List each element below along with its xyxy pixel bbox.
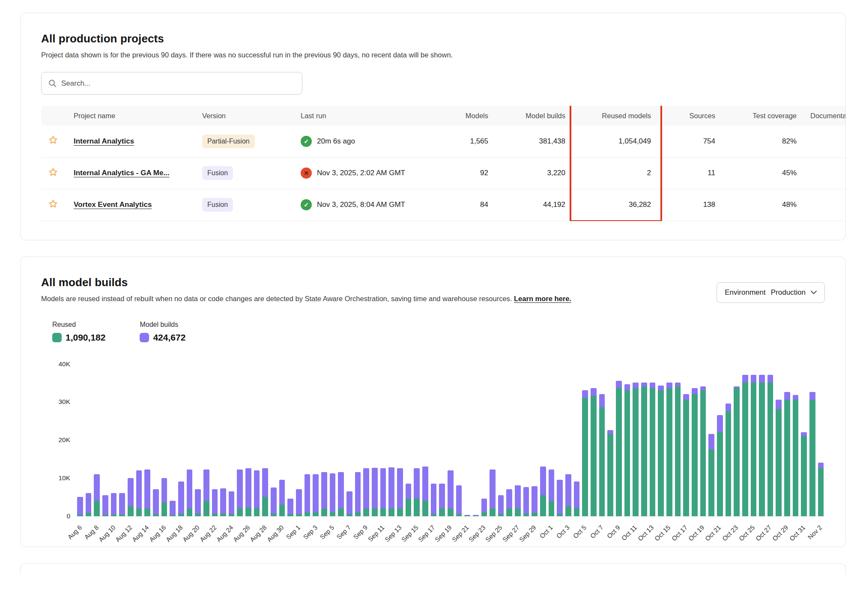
stacked-bar — [708, 364, 714, 516]
stacked-bar — [111, 364, 117, 516]
success-status-icon: ✓ — [301, 199, 312, 210]
stacked-bar — [388, 364, 394, 516]
sources-count: 11 — [658, 157, 722, 189]
favorite-star-icon[interactable] — [48, 167, 58, 177]
x-tick-label: Oct 11 — [620, 523, 638, 541]
col-last-run: Last run — [294, 106, 435, 126]
last-run-text: 20m 6s ago — [317, 137, 355, 146]
stacked-bar — [86, 364, 92, 516]
stacked-bar — [271, 364, 277, 516]
x-tick-label: Oct 29 — [771, 523, 789, 542]
stacked-bar — [641, 364, 647, 516]
stacked-bar — [245, 364, 251, 516]
stacked-bar — [490, 364, 496, 516]
project-name-link[interactable]: Internal Analytics — [74, 137, 134, 145]
x-tick-label: Sep 25 — [484, 523, 504, 543]
stacked-bar — [557, 364, 563, 516]
stacked-bar — [94, 364, 100, 516]
stacked-bar — [683, 364, 689, 516]
stacked-bar — [767, 364, 773, 516]
stacked-bar — [616, 364, 622, 516]
x-tick-label: Sep 19 — [433, 523, 453, 543]
favorite-star-icon[interactable] — [48, 199, 58, 209]
y-tick-label: 20K — [58, 436, 70, 444]
x-tick-label: Oct 3 — [555, 523, 571, 539]
favorite-star-icon[interactable] — [48, 135, 58, 145]
col-documentation: Documentation — [803, 106, 845, 126]
project-search[interactable] — [41, 72, 302, 95]
stacked-bar — [666, 364, 672, 516]
x-tick-label: Sep 21 — [451, 523, 470, 543]
x-tick-label: Oct 15 — [653, 523, 672, 542]
stacked-bar — [153, 364, 159, 516]
col-test-coverage: Test coverage — [722, 106, 803, 126]
stacked-bar — [801, 364, 807, 516]
stacked-bar — [406, 364, 412, 516]
x-tick-label: Aug 16 — [148, 523, 167, 543]
stacked-bar — [144, 364, 150, 516]
projects-table: Project name Version Last run Models Mod… — [41, 106, 845, 221]
y-tick-label: 10K — [58, 474, 70, 482]
x-tick-label: Sep 17 — [417, 523, 436, 543]
stacked-bar — [237, 364, 243, 516]
x-tick-label: Oct 25 — [738, 523, 756, 542]
stacked-bar — [633, 364, 639, 516]
x-tick-label: Aug 6 — [66, 523, 83, 541]
x-tick-label: Sep 13 — [383, 523, 403, 543]
stacked-bar — [624, 364, 630, 516]
stacked-bar — [119, 364, 125, 516]
col-reused-models: Reused models — [572, 106, 658, 126]
project-name-link[interactable]: Vortex Event Analytics — [74, 200, 152, 209]
chevron-down-icon — [811, 290, 817, 294]
stacked-bar — [136, 364, 142, 516]
stacked-bar — [254, 364, 260, 516]
table-row: Internal Analytics Partial-Fusion ✓20m 6… — [41, 126, 845, 157]
project-name-link[interactable]: Internal Analytics - GA Me... — [74, 169, 170, 177]
model-builds-chart: 010K20K30K40K Aug 6Aug 8Aug 10Aug 12Aug … — [50, 364, 825, 517]
production-projects-card: All production projects Project data sho… — [20, 13, 846, 240]
stacked-bar — [784, 364, 790, 516]
learn-more-link[interactable]: Learn more here. — [514, 295, 571, 302]
legend-builds-value: 424,672 — [153, 332, 185, 343]
x-tick-label: Sep 27 — [501, 523, 520, 543]
x-tick-label: Aug 12 — [114, 523, 134, 543]
stacked-bar — [229, 364, 235, 516]
x-tick-label: Oct 5 — [572, 523, 588, 539]
stacked-bar — [574, 364, 580, 516]
chart-x-labels: Aug 6Aug 8Aug 10Aug 12Aug 14Aug 16Aug 18… — [76, 517, 825, 547]
stacked-bar — [692, 364, 698, 516]
stacked-bar — [363, 364, 369, 516]
stacked-bar — [296, 364, 302, 516]
stacked-bar — [321, 364, 327, 516]
stacked-bar — [279, 364, 285, 516]
search-input[interactable] — [61, 79, 295, 88]
stacked-bar — [195, 364, 201, 516]
x-tick-label: Sep 11 — [367, 523, 386, 543]
environment-dropdown[interactable]: Environment Production — [717, 282, 825, 303]
x-tick-label: Sep 29 — [518, 523, 538, 543]
stacked-bar — [759, 364, 765, 516]
stacked-bar — [448, 364, 454, 516]
stacked-bar — [498, 364, 504, 516]
stacked-bar — [161, 364, 167, 516]
stacked-bar — [675, 364, 681, 516]
next-card-edge — [20, 563, 846, 574]
col-models: Models — [435, 106, 495, 126]
stacked-bar — [346, 364, 352, 516]
table-row: Internal Analytics - GA Me... Fusion ✕No… — [41, 157, 845, 189]
stacked-bar — [355, 364, 361, 516]
x-tick-label: Aug 10 — [97, 523, 117, 543]
projects-card-title: All production projects — [41, 32, 845, 45]
x-tick-label: Sep 3 — [302, 523, 319, 541]
x-tick-label: Sep 5 — [318, 523, 335, 541]
stacked-bar — [582, 364, 588, 516]
reused-models-count: 2 — [572, 157, 658, 189]
chart-plot-area: 010K20K30K40K — [76, 364, 825, 517]
x-tick-label: Aug 30 — [266, 523, 285, 543]
stacked-bar — [473, 364, 479, 516]
legend-reused-value: 1,090,182 — [66, 332, 105, 343]
col-version: Version — [195, 106, 294, 126]
model-builds-count: 3,220 — [495, 157, 572, 189]
stacked-bar — [287, 364, 293, 516]
stacked-bar — [734, 364, 740, 516]
